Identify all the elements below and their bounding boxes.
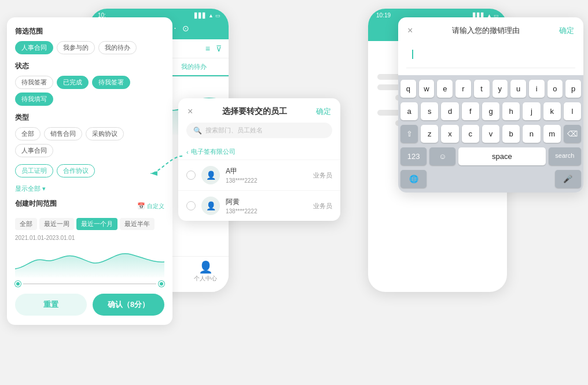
kb-row-3: ⇧ z x c v b n m ⌫ <box>400 125 581 143</box>
scene-container: 筛选范围 人事合同 我参与的 我的待办 状态 待我签署 已完成 待我签署 待我填… <box>0 0 588 385</box>
key-b[interactable]: b <box>502 125 520 143</box>
tag-personnel-contract[interactable]: 人事合同 <box>15 41 53 54</box>
key-a[interactable]: a <box>400 102 418 120</box>
key-o[interactable]: o <box>547 80 563 98</box>
key-t[interactable]: t <box>474 80 490 98</box>
nav-profile-label: 个人中心 <box>194 275 217 283</box>
key-d[interactable]: d <box>441 102 458 120</box>
employee-info-0: A甲 138****2222 <box>226 166 307 184</box>
key-e[interactable]: e <box>437 80 453 98</box>
reset-button[interactable]: 重置 <box>15 294 87 316</box>
cancel-close-icon[interactable]: × <box>407 25 413 36</box>
signal-bars: ▋▋▋ <box>194 13 207 18</box>
tag-wait-sign[interactable]: 待我签署 <box>92 76 130 89</box>
key-k[interactable]: k <box>543 102 561 120</box>
key-r[interactable]: r <box>455 80 471 98</box>
key-z[interactable]: z <box>421 125 438 143</box>
transfer-dialog: × 选择要转交的员工 确定 🔍 搜索部门、员工姓名 ‹ 电子签有限公司 👤 A甲… <box>178 98 340 221</box>
key-y[interactable]: y <box>493 80 508 98</box>
key-u[interactable]: u <box>510 80 526 98</box>
tag-purchase[interactable]: 采购协议 <box>86 127 124 140</box>
employee-item-1[interactable]: 👤 阿黄 138****2222 业务员 <box>178 190 340 221</box>
filter-section-label: 筛选范围 <box>15 27 164 36</box>
type-tags-row-2: 员工证明 合作协议 <box>15 164 164 177</box>
target-icon[interactable]: ⊙ <box>182 24 189 33</box>
tag-completed[interactable]: 已完成 <box>57 76 89 89</box>
tag-coop-agreement[interactable]: 合作协议 <box>57 164 95 177</box>
key-w[interactable]: w <box>419 80 435 98</box>
key-f[interactable]: f <box>462 102 479 120</box>
confirm-button[interactable]: 确认（8分） <box>93 294 164 316</box>
tag-personnel[interactable]: 人事合同 <box>15 144 53 157</box>
kb-row-4: 123 ☺ space search <box>400 147 581 165</box>
company-row: ‹ 电子签有限公司 <box>178 144 340 160</box>
key-s[interactable]: s <box>421 102 438 120</box>
kb-row-2: a s d f g h j k l <box>400 102 581 120</box>
key-mic[interactable]: 🎤 <box>555 170 581 188</box>
employee-info-1: 阿黄 138****2222 <box>226 197 307 214</box>
tag-sales[interactable]: 销售合同 <box>44 127 82 140</box>
sort-icon[interactable]: ≡ <box>205 44 210 53</box>
employee-role-0: 业务员 <box>313 171 332 180</box>
nav-profile[interactable]: 👤 个人中心 <box>182 261 229 283</box>
search-box[interactable]: 🔍 搜索部门、员工姓名 <box>186 123 332 138</box>
key-p[interactable]: p <box>565 80 581 98</box>
key-numbers[interactable]: 123 <box>400 147 427 165</box>
avatar-1: 👤 <box>201 197 220 215</box>
calendar-icon: 📅 自定义 <box>137 202 164 210</box>
status-tags-row: 待我签署 已完成 待我签署 待我填写 <box>15 76 164 106</box>
profile-icon: 👤 <box>199 261 213 273</box>
type-section-label: 类型 <box>15 113 164 123</box>
key-c[interactable]: c <box>462 125 479 143</box>
cancel-input-area[interactable] <box>406 45 575 68</box>
slider-right-dot[interactable] <box>159 281 164 287</box>
right-status-time: 10:19 <box>376 12 391 18</box>
key-x[interactable]: x <box>441 125 458 143</box>
cancel-confirm-button[interactable]: 确定 <box>559 25 574 36</box>
key-i[interactable]: i <box>529 80 545 98</box>
employee-item-0[interactable]: 👤 A甲 138****2222 业务员 <box>178 160 340 190</box>
key-globe[interactable]: 🌐 <box>400 170 427 188</box>
date-tab-week[interactable]: 最近一周 <box>39 218 74 230</box>
key-h[interactable]: h <box>502 102 520 120</box>
date-range-tabs: 全部 最近一周 最近一个月 最近半年 <box>15 218 164 230</box>
key-m[interactable]: m <box>543 125 561 143</box>
key-search[interactable]: search <box>549 147 581 165</box>
date-tab-all[interactable]: 全部 <box>15 218 37 230</box>
display-all-row[interactable]: 显示全部 ▾ <box>15 184 164 193</box>
action-row: 重置 确认（8分） <box>15 294 164 316</box>
cancel-header: × 请输入您的撤销理由 确定 <box>398 17 583 42</box>
dialog-confirm-button[interactable]: 确定 <box>316 106 331 117</box>
key-emoji[interactable]: ☺ <box>429 147 455 165</box>
kb-row-5: 🌐 🎤 <box>400 170 581 188</box>
wifi-icon: ▲ <box>208 13 214 18</box>
tag-wait-fill[interactable]: 待我填写 <box>15 92 53 106</box>
signal-icons: ▋▋▋ ▲ ▭ <box>194 13 220 18</box>
key-shift[interactable]: ⇧ <box>400 125 418 143</box>
key-q[interactable]: q <box>400 80 416 98</box>
key-delete[interactable]: ⌫ <box>564 125 581 143</box>
tag-participated[interactable]: 我参与的 <box>57 41 95 54</box>
key-n[interactable]: n <box>523 125 540 143</box>
key-v[interactable]: v <box>482 125 499 143</box>
filter-funnel-icon[interactable]: ⊽ <box>216 44 222 53</box>
date-tab-halfyear[interactable]: 最近半年 <box>120 218 155 230</box>
radio-button-1[interactable] <box>186 201 196 210</box>
tag-pending-sign[interactable]: 待我签署 <box>15 76 53 89</box>
key-space[interactable]: space <box>458 147 545 165</box>
chart-svg <box>15 246 164 277</box>
date-tab-month[interactable]: 最近一个月 <box>76 218 117 230</box>
date-range-text: 2021.01.01-2023.01.01 <box>15 235 164 241</box>
key-j[interactable]: j <box>523 102 540 120</box>
close-icon[interactable]: × <box>188 106 193 117</box>
employee-name-0: A甲 <box>226 166 307 176</box>
tag-my-pending[interactable]: 我的待办 <box>98 41 137 54</box>
key-g[interactable]: g <box>482 102 499 120</box>
slider-left-dot[interactable] <box>15 281 21 287</box>
cancel-dialog: × 请输入您的撤销理由 确定 q w e r t y u i o p a s <box>398 17 583 192</box>
employee-name-1: 阿黄 <box>226 197 307 207</box>
avatar-0: 👤 <box>201 166 220 184</box>
tag-employee-cert[interactable]: 员工证明 <box>15 164 53 177</box>
tag-all[interactable]: 全部 <box>15 127 41 140</box>
key-l[interactable]: l <box>564 102 581 120</box>
